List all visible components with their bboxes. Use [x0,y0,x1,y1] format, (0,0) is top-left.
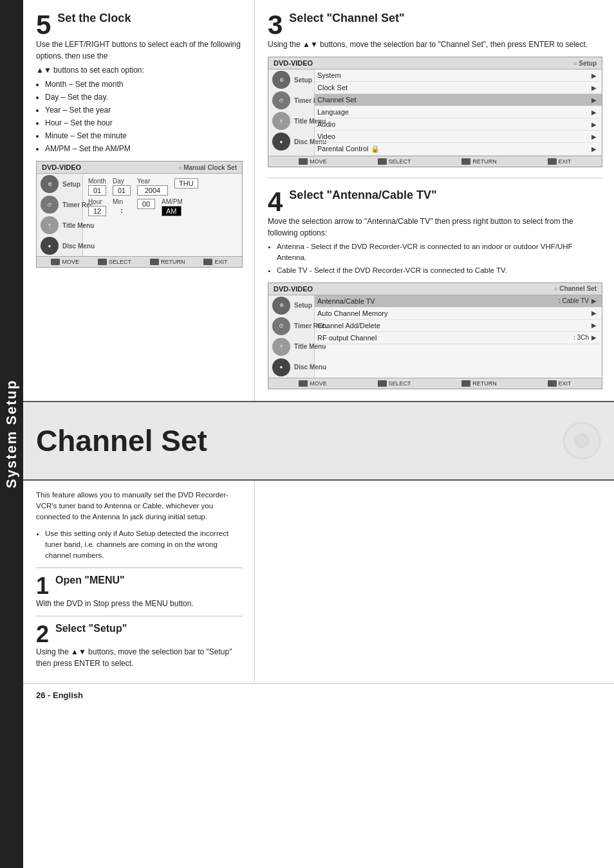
s4-disc-icon: ● [272,358,290,376]
top-section: 5 Set the Clock Use the LEFT/RIGHT butto… [23,0,614,402]
step1-body: With the DVD in Stop press the MENU butt… [36,598,243,609]
hour-cell: Hour 12 [88,198,106,216]
s3-move-icon [299,158,308,165]
svg-point-1 [575,434,588,447]
bullet-ampm: AM/PM – Set the AM/PM [45,143,243,154]
step3-header: 3 Select "Channel Set" [268,12,602,25]
dvd-setup-subtitle: ○ Setup [573,60,597,67]
main-content: 5 Set the Clock Use the LEFT/RIGHT butto… [23,0,614,868]
arrow-language: ▶ [591,109,597,116]
divider-2 [36,616,243,616]
s3-footer-move: MOVE [299,158,327,165]
colon-cell: Min : [113,198,131,216]
menu-antenna-cable: Antenna/Cable TV : Cable TV ▶ [315,295,602,308]
arrow-rfoutput: ▶ [591,334,597,341]
min-cell: 00 [137,198,155,216]
menu-video: Video ▶ [315,131,602,143]
step3-body: Using the ▲▼ buttons, move the selection… [268,39,602,50]
channel-set-icon [563,421,601,460]
bullet-day: Day – Set the day. [45,91,243,103]
thu-value: THU [174,178,198,189]
step4-title: Select "Antenna/Cable TV" [289,189,602,202]
arrow-antcable: ▶ [591,297,597,304]
arrow-adddelete: ▶ [591,322,597,329]
step4-description: Move the selection arrow to "Antenna/Cab… [268,216,602,239]
timer-icon: ⏱ [41,196,59,214]
step4-bullets: Antenna - Select if the DVD Recorder-VCR… [277,241,602,276]
footer-select: SELECT [98,259,131,265]
s4-sidemenu-timer: ⏱ Timer Rec. [268,316,314,337]
s3-timer-icon: ⏱ [272,91,290,109]
move-icon [51,259,60,265]
min-value: 00 [137,199,155,209]
page-number: 26 - English [36,690,83,700]
arrow-autochannel: ▶ [591,309,597,317]
step5-column: 5 Set the Clock Use the LEFT/RIGHT butto… [23,0,255,401]
footer-return: RETURN [150,259,185,265]
s4-exit-icon [548,380,557,387]
s4-timer-icon: ⏱ [272,317,290,335]
dvd-clock-sidemenu: ⚙ Setup ⏱ Timer Rec. T Title Menu ● [37,174,83,256]
s3-select-icon [378,158,387,165]
step5-bullets: Month – Set the month Day – Set the day.… [45,78,243,154]
day-cell: Day 01 [113,178,131,196]
return-icon [150,259,159,265]
s4-sidemenu-title: T Title Menu [268,337,314,357]
menu-clockset: Clock Set ▶ [315,82,602,94]
arrow-audio: ▶ [591,121,597,128]
dvd-channelset-items: Antenna/Cable TV : Cable TV ▶ Auto Chann… [315,295,602,378]
menu-parental: Parental Control 🔒 ▶ [315,143,602,156]
select-icon [98,259,107,265]
menu-audio: Audio ▶ [315,118,602,131]
s3-exit-icon [548,158,557,165]
month-cell: Month 01 [88,178,106,196]
dvd-clock-device: DVD-VIDEO [42,163,81,171]
dvd-channelset-content: ⚙ Setup ⏱ Timer Rec. T Title Menu [268,295,602,378]
step2-section: 2 Select "Setup" Using the ▲▼ buttons, m… [36,623,243,669]
dvd-channelset-sidemenu: ⚙ Setup ⏱ Timer Rec. T Title Menu [268,295,315,378]
hour-value: 12 [88,206,106,216]
step4-section: 4 Select "Antenna/Cable TV" Move the sel… [268,189,602,389]
channel-set-banner: Channel Set [23,402,614,481]
footer-move: MOVE [51,259,79,265]
s4-sidemenu-setup: ⚙ Setup [268,295,314,316]
s4-sidemenu-disc: ● Disc Menu [268,357,314,378]
menu-language: Language ▶ [315,106,602,118]
step3-title: Select "Channel Set" [289,12,602,25]
s4-footer-exit: EXIT [548,380,572,387]
dvd-clock-content: ⚙ Setup ⏱ Timer Rec. T Title Menu ● [37,174,242,256]
footer-exit: EXIT [203,259,227,265]
dvd-setup-footer: MOVE SELECT RETURN EXIT [268,156,602,167]
channel-set-title: Channel Set [36,423,207,458]
month-label: Month [88,178,106,185]
s4-footer-select: SELECT [378,380,411,387]
title-icon: T [41,216,59,234]
step5-title: Set the Clock [57,12,243,25]
s4-select-icon [378,380,387,387]
year-value: 2004 [137,185,168,196]
dvd-channelset-device: DVD-VIDEO [274,285,313,293]
s3-footer-select: SELECT [378,158,411,165]
feature-description: This feature allows you to manually set … [36,490,243,523]
dvd-clock-footer: MOVE SELECT RETURN EXIT [37,256,242,267]
disc-icon: ● [41,237,59,255]
sidemenu-timerrec: ⏱ Timer Rec. [37,194,82,215]
step4-header: 4 Select "Antenna/Cable TV" [268,189,602,202]
bullet-year: Year – Set the year [45,104,243,116]
step5-number: 5 [36,12,51,39]
divider-1 [36,568,243,568]
s3-sidemenu-title: T Title Menu [268,111,314,131]
dvd-channelset-footer: MOVE SELECT RETURN EXIT [268,378,602,389]
s3-title-icon: T [272,112,290,130]
s3-sidemenu-timer: ⏱ Timer Rec. [268,90,314,111]
arrow-video: ▶ [591,133,597,140]
dvd-setup-sidemenu: ⚙ Setup ⏱ Timer Rec. T Title Menu [268,69,315,156]
s3-footer-return: RETURN [461,158,497,165]
arrow-system: ▶ [591,72,597,79]
ampm-cell: AM/PM AM [162,198,183,216]
bullet-antenna: Antenna - Select if the DVD Recorder-VCR… [277,241,602,264]
day-value: 01 [113,185,131,196]
s4-move-icon [299,380,308,387]
s3-sidemenu-disc: ● Disc Menu [268,131,314,152]
s4-return-icon [461,380,470,387]
